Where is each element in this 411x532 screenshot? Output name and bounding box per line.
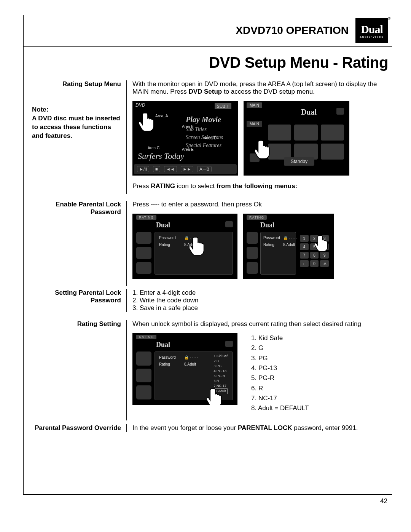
press-b: RATING (151, 182, 175, 190)
rating-setting-body: When unlock symbol is displayed, press c… (127, 320, 392, 420)
screenshots-row-2: RATING Dual Password Rating 🔒 - - - - 8.… (132, 214, 388, 279)
rating-8: 8. Adult = DEFAULT (251, 403, 309, 413)
rating-4: 4. PG-13 (251, 363, 309, 373)
s2-main-badge: MAIN (247, 102, 262, 108)
screenshots-row-3: RATING Dual Password Rating 🔒 - - - - 8.… (132, 333, 388, 414)
rshot-password-label: Password (159, 355, 176, 359)
s1-controls: ►/II ■ ◄◄ ►► A→B (134, 164, 237, 174)
note-text: A DVD disc must be inserted to access th… (32, 114, 121, 141)
override-a: In the event you forget or loose your (132, 424, 238, 431)
rshot-head: RATING (247, 215, 267, 220)
s5-l1: 1.Kid Saf (213, 354, 228, 359)
s5-l2: 2.G (213, 359, 228, 364)
s1-area-c: Area C (148, 146, 159, 150)
s1-screen-sel: Screen Selections (186, 133, 223, 141)
s1-area-d: Area D (205, 136, 217, 140)
s2-icon-grid (268, 125, 344, 160)
key-0: 0 (310, 260, 319, 267)
s1-play-movie: Play Movie (186, 114, 223, 125)
s1-area-a: Area_A (155, 114, 168, 118)
step-2: 2. Write the code down (132, 297, 388, 304)
label-override: Parental Password Override (24, 424, 127, 432)
override-c: password, enter 9991. (292, 424, 358, 431)
rshot-logo: Dual (156, 221, 170, 229)
page-frame: XDVD710 OPERATION Dual audio•video ® DVD… (23, 15, 392, 495)
screenshot-dvd-play: DVD SUB.T Play Movie Sub Titles Screen S… (132, 101, 238, 176)
rshot-head: RATING (136, 215, 156, 220)
key-8: 8 (310, 252, 319, 259)
rating-1: 1. Kid Safe (251, 333, 309, 343)
rshot-adult-label: 8.Adult (283, 243, 295, 247)
s1-menu: Play Movie Sub Titles Screen Selections … (186, 114, 223, 149)
rshot-side-icons (247, 232, 258, 274)
rating-list: 1. Kid Safe 2. G 3. PG 4. PG-13 5. PG-R … (243, 333, 309, 414)
label-rating-setup-text: Rating Setup Menu (32, 80, 121, 88)
note-label: Note: (32, 105, 121, 114)
header-title: XDVD710 OPERATION (236, 24, 349, 37)
s5-l6: 6.R (213, 379, 228, 383)
label-rating-setting: Rating Setting (24, 320, 127, 420)
s1-subt-badge: SUB.T (215, 103, 231, 109)
s2-dual-logo: Dual (301, 108, 317, 117)
page-number: 42 (380, 497, 387, 505)
rshot-rating-label: Rating (263, 243, 274, 247)
rshot-logo: Dual (260, 221, 274, 229)
rshot-close-icon (225, 341, 233, 347)
brand-sub: audio•video (360, 35, 384, 38)
rshot-side-icons (136, 232, 151, 274)
label-rating-setup: Rating Setup Menu Note: A DVD disc must … (24, 80, 127, 194)
enable-lock-body: Press ---- to enter a password, then pre… (127, 201, 392, 286)
screenshot-rating-keypad: RATING Dual Password Rating 🔒 - - - - 8.… (243, 214, 334, 279)
s2-main-tab: MAIN (247, 121, 262, 127)
s1-area-b: Area B (182, 125, 194, 129)
grid-icon (294, 125, 317, 141)
s1-band: Surfers Today (138, 151, 184, 161)
rating-3: 3. PG (251, 353, 309, 363)
rshot-close-icon (225, 221, 233, 227)
s2-standby: Standby (284, 157, 314, 166)
label-enable-lock: Enable Parental Lock Password (24, 201, 127, 286)
setting-lock-body: 1. Enter a 4-digit code 2. Write the cod… (127, 289, 392, 312)
rshot-rating-label: Rating (159, 362, 170, 366)
header-model: XDVD710 (236, 24, 283, 36)
s5-l3: 3.PG (213, 364, 228, 369)
rating-6: 6. R (251, 383, 309, 393)
screenshot-main-menu: MAIN Dual MAIN Standby (244, 101, 349, 176)
s1-btn-play: ►/II (137, 166, 149, 172)
grid-icon (321, 125, 344, 141)
rshot-password-label: Password (263, 236, 280, 240)
page-title: DVD Setup Menu - Rating (24, 47, 392, 80)
hand-cursor-icon (139, 110, 157, 131)
s5-l4: 4.PG-13 (213, 369, 228, 374)
press-a: Press (132, 182, 151, 190)
key-1: 1 (300, 235, 309, 242)
grid-icon (321, 144, 344, 160)
rating-setup-body: With the monitor open in DVD mode, press… (127, 80, 392, 194)
key-ok: ok (320, 260, 329, 267)
header-operation: OPERATION (286, 24, 349, 36)
intro-b: DVD Setup (188, 88, 222, 95)
registered-mark: ® (388, 16, 390, 21)
key-7: 7 (300, 252, 309, 259)
header: XDVD710 OPERATION Dual audio•video ® (24, 15, 392, 46)
s2-close-icon (336, 108, 344, 115)
intro-c: to access the DVD setup menu. (222, 88, 315, 95)
screenshots-row-1: DVD SUB.T Play Movie Sub Titles Screen S… (132, 101, 388, 176)
rating-setting-text: When unlock symbol is displayed, press c… (132, 320, 388, 328)
key-back: ← (300, 260, 309, 267)
override-b: PARENTAL LOCK (238, 424, 292, 431)
note-block: Note: A DVD disc must be inserted to acc… (32, 105, 121, 141)
rating-7: 7. NC-17 (251, 393, 309, 403)
rshot-lock-icon: 🔒 - - - - (184, 355, 198, 359)
step-3: 3. Save in a safe place (132, 304, 388, 312)
rshot-adult-label: 8.Adult (184, 362, 196, 366)
rating-5: 5. PG-R (251, 373, 309, 383)
s1-dvd-badge: DVD (135, 102, 145, 108)
override-body: In the event you forget or loose your PA… (127, 424, 392, 432)
hand-cursor-icon (255, 137, 272, 159)
screenshot-rating-list: RATING Dual Password Rating 🔒 - - - - 8.… (132, 333, 237, 405)
key-4: 4 (300, 243, 309, 250)
rshot-logo: Dual (156, 341, 170, 349)
hand-cursor-icon (207, 386, 225, 405)
screenshot-rating-password: RATING Dual Password Rating 🔒 - - - - 8.… (132, 214, 237, 279)
